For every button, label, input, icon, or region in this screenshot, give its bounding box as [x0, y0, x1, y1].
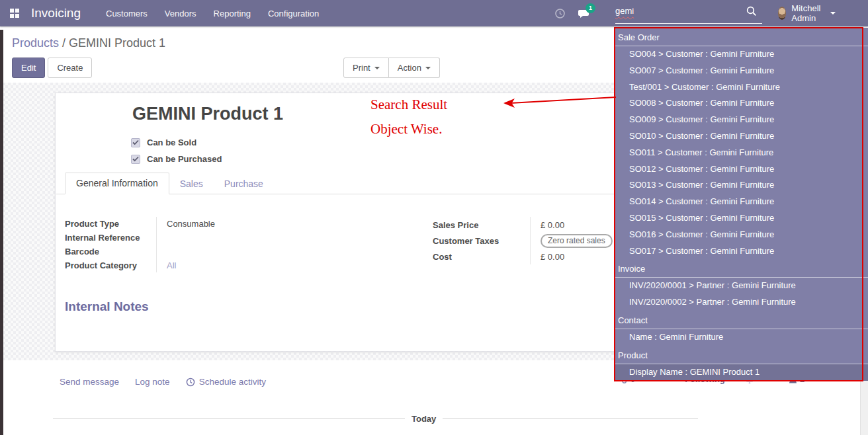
divider-label: Today — [412, 414, 436, 424]
action-label: Action — [398, 63, 421, 73]
search-result-item[interactable]: SO008 > Customer : Gemini Furniture — [615, 95, 868, 112]
nav-menus: CustomersVendorsReportingConfiguration — [106, 9, 319, 19]
tax-pill[interactable]: Zero rated sales — [541, 234, 613, 248]
nav-menu-reporting[interactable]: Reporting — [214, 9, 251, 19]
top-navbar: Invoicing CustomersVendorsReportingConfi… — [0, 0, 868, 26]
search-result-item[interactable]: SO012 > Customer : Gemini Furniture — [615, 161, 868, 178]
field-label-internal-reference: Internal Reference — [65, 231, 156, 245]
checkbox-can-be-sold[interactable] — [131, 138, 140, 147]
search-result-item[interactable]: SO010 > Customer : Gemini Furniture — [615, 128, 868, 145]
search-icon[interactable] — [746, 6, 757, 19]
search-result-item[interactable]: SO004 > Customer : Gemini Furniture — [615, 46, 868, 63]
send-message-button[interactable]: Send message — [60, 377, 119, 387]
search-result-item[interactable]: SO007 > Customer : Gemini Furniture — [615, 63, 868, 79]
search-result-item[interactable]: SO017 > Customer : Gemini Furniture — [615, 243, 868, 260]
action-caret-icon — [425, 67, 431, 69]
annotation-line2: Object Wise. — [370, 121, 442, 138]
scrollbar[interactable] — [860, 381, 868, 435]
print-caret-icon — [374, 67, 380, 69]
navbar-right: 1 gemi Mitchell Admin — [554, 0, 603, 26]
field-value-barcode — [156, 245, 425, 258]
search-result-item[interactable]: Display Name : GEMINI Product 1 — [615, 364, 868, 381]
search-result-item[interactable]: SO013 > Customer : Gemini Furniture — [615, 177, 868, 194]
search-result-item[interactable]: INV/2020/0002 > Partner : Gemini Furnitu… — [615, 294, 868, 311]
field-value-product-category[interactable]: All — [156, 258, 425, 272]
app-title[interactable]: Invoicing — [31, 6, 81, 20]
apps-menu-icon[interactable] — [9, 8, 20, 19]
field-value-product-type: Consumable — [156, 217, 425, 231]
user-menu[interactable]: Mitchell Admin — [778, 0, 836, 26]
annotation-line1: Search Result — [370, 97, 447, 113]
schedule-activity-label: Schedule activity — [199, 377, 266, 387]
log-note-button[interactable]: Log note — [135, 377, 170, 387]
search-result-item[interactable]: SO016 > Customer : Gemini Furniture — [615, 227, 868, 243]
tab-general-information[interactable]: General Information — [65, 173, 169, 194]
field-label-barcode: Barcode — [65, 245, 156, 258]
search-section-product: Product — [615, 346, 868, 364]
schedule-activity-button[interactable]: Schedule activity — [186, 377, 266, 387]
nav-menu-configuration[interactable]: Configuration — [268, 9, 319, 19]
search-result-item[interactable]: SO011 > Customer : Gemini Furniture — [615, 145, 868, 161]
left-edge-strip — [0, 30, 3, 435]
breadcrumb-separator: / — [59, 36, 69, 50]
field-label-cost: Cost — [433, 249, 530, 264]
checkbox-label: Can be Sold — [147, 138, 196, 147]
field-label-customer-taxes: Customer Taxes — [433, 233, 530, 249]
search-result-item[interactable]: Name : Gemini Furniture — [615, 329, 868, 346]
divider-line-right — [443, 418, 698, 419]
field-label-product-category: Product Category — [65, 258, 156, 272]
today-divider: Today — [53, 414, 698, 423]
search-results-dropdown: Sale OrderSO004 > Customer : Gemini Furn… — [615, 28, 868, 381]
search-section-invoice: Invoice — [615, 259, 868, 278]
activities-clock-icon[interactable] — [554, 8, 566, 19]
field-label-sales-price: Sales Price — [433, 217, 530, 233]
search-result-item[interactable]: Test/001 > Customer : Gemini Furniture — [615, 79, 868, 96]
field-group-left: Product TypeConsumableInternal Reference… — [65, 217, 425, 272]
search-section-contact: Contact — [615, 311, 868, 329]
search-input[interactable]: gemi — [615, 6, 634, 16]
nav-menu-customers[interactable]: Customers — [106, 9, 148, 19]
breadcrumb-products-link[interactable]: Products — [12, 36, 59, 50]
global-search: gemi — [615, 0, 762, 26]
breadcrumb: Products / GEMINI Product 1 — [12, 36, 165, 50]
internal-notes-heading: Internal Notes — [65, 299, 149, 314]
tab-sales[interactable]: Sales — [169, 174, 214, 194]
search-section-sale-order: Sale Order — [615, 28, 868, 46]
checkbox-label: Can be Purchased — [147, 154, 222, 164]
user-name: Mitchell Admin — [791, 3, 826, 23]
action-button[interactable]: Action — [389, 58, 440, 78]
schedule-clock-icon — [186, 377, 195, 387]
tab-purchase[interactable]: Purchase — [214, 174, 274, 194]
create-button[interactable]: Create — [48, 58, 92, 78]
nav-menu-vendors[interactable]: Vendors — [165, 9, 196, 19]
edit-button[interactable]: Edit — [12, 58, 45, 78]
checkbox-row: Can be Purchased — [131, 151, 222, 167]
checkbox-row: Can be Sold — [131, 134, 222, 151]
messages-icon[interactable]: 1 — [578, 8, 591, 19]
search-result-item[interactable]: SO015 > Customer : Gemini Furniture — [615, 210, 868, 227]
product-title: GEMINI Product 1 — [132, 104, 283, 124]
user-menu-caret-icon — [830, 12, 836, 15]
search-result-item[interactable]: INV/2020/0001 > Partner : Gemini Furnitu… — [615, 278, 868, 294]
search-result-item[interactable]: SO014 > Customer : Gemini Furniture — [615, 194, 868, 210]
search-result-item[interactable]: SO009 > Customer : Gemini Furniture — [615, 112, 868, 128]
field-value-internal-reference — [156, 231, 425, 245]
field-label-product-type: Product Type — [65, 217, 156, 231]
search-underline — [615, 23, 762, 24]
user-avatar — [778, 7, 786, 20]
messages-badge: 1 — [586, 3, 595, 13]
product-flags: Can be SoldCan be Purchased — [131, 134, 222, 167]
checkbox-can-be-purchased[interactable] — [131, 155, 140, 164]
print-label: Print — [353, 63, 370, 73]
print-button[interactable]: Print — [343, 58, 389, 78]
breadcrumb-current: GEMINI Product 1 — [69, 36, 165, 50]
divider-line-left — [53, 418, 405, 419]
